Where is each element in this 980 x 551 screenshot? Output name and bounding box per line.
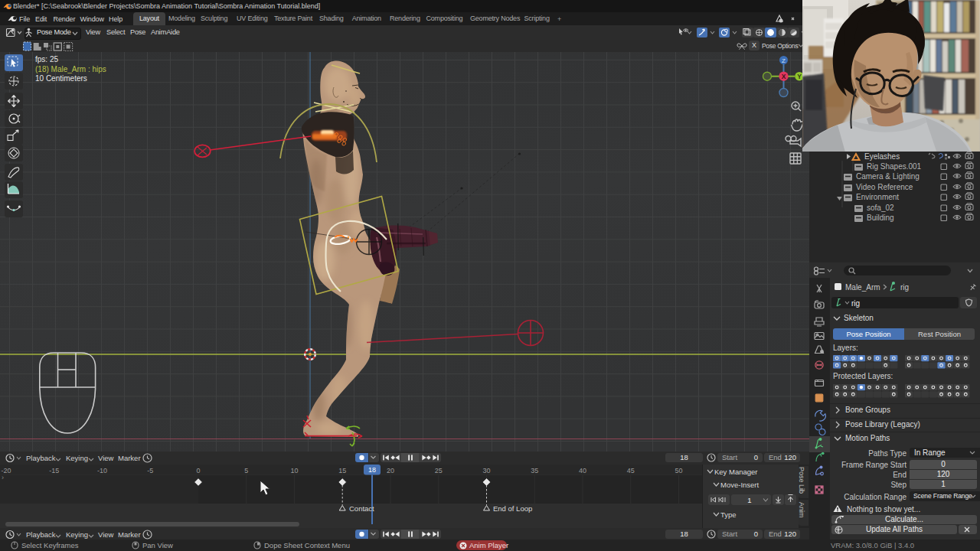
svg-text:5: 5 xyxy=(244,467,248,474)
svg-text:-5: -5 xyxy=(147,467,153,474)
svg-text:X: X xyxy=(782,73,786,80)
svg-text:Rig Shapes.001: Rig Shapes.001 xyxy=(867,162,922,171)
svg-text:Z: Z xyxy=(782,57,786,64)
svg-text:40: 40 xyxy=(579,467,586,474)
svg-text:Video Reference: Video Reference xyxy=(856,183,913,191)
svg-text:rig: rig xyxy=(900,283,909,292)
svg-text:50: 50 xyxy=(675,467,682,474)
svg-text:›: › xyxy=(2,474,4,481)
svg-text:Contact: Contact xyxy=(349,504,374,513)
svg-text:End of Loop: End of Loop xyxy=(493,504,532,513)
svg-text:Male_Arm: Male_Arm xyxy=(845,283,880,292)
svg-text:10: 10 xyxy=(290,467,298,474)
svg-text:-20: -20 xyxy=(1,467,11,474)
svg-text:Building: Building xyxy=(867,214,894,222)
svg-text:sofa_02: sofa_02 xyxy=(867,204,894,212)
svg-text:Type: Type xyxy=(720,510,737,519)
svg-text:-10: -10 xyxy=(97,467,107,474)
svg-text:Environment: Environment xyxy=(856,193,899,201)
svg-text:30: 30 xyxy=(482,467,490,474)
svg-text:45: 45 xyxy=(627,467,635,474)
svg-text:Eyelashes: Eyelashes xyxy=(864,152,900,161)
svg-text:Move-Insert: Move-Insert xyxy=(720,481,760,489)
svg-text:Y: Y xyxy=(797,73,802,80)
svg-text:15: 15 xyxy=(338,467,346,474)
svg-text:35: 35 xyxy=(531,467,538,474)
svg-text:1: 1 xyxy=(747,496,751,504)
svg-text:25: 25 xyxy=(435,467,443,474)
svg-text:Camera & Lighting: Camera & Lighting xyxy=(856,172,920,181)
svg-text:Key Manager: Key Manager xyxy=(714,468,758,476)
svg-text:18: 18 xyxy=(368,466,376,474)
svg-text:20: 20 xyxy=(387,467,394,474)
svg-text:-15: -15 xyxy=(49,467,59,474)
svg-text:0: 0 xyxy=(196,467,200,474)
